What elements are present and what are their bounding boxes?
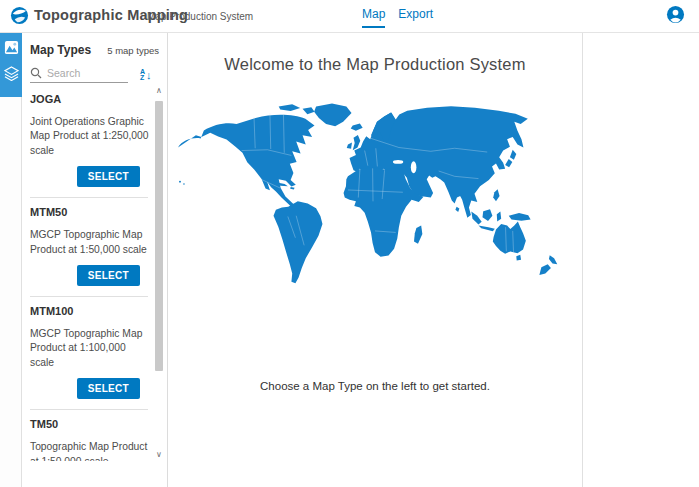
- list-item-joga: JOGA Joint Operations Graphic Map Produc…: [22, 85, 152, 197]
- right-gutter: [583, 33, 699, 487]
- select-button-mtm50[interactable]: SELECT: [77, 265, 140, 286]
- map-types-widget-icon[interactable]: [3, 39, 19, 55]
- map-type-description: MGCP Topographic Map Product at 1:50,000…: [30, 228, 150, 257]
- map-type-name: TM50: [30, 418, 148, 430]
- tab-export[interactable]: Export: [398, 7, 433, 28]
- list-item-mtm50: MTM50 MGCP Topographic Map Product at 1:…: [22, 198, 152, 296]
- tab-map[interactable]: Map: [362, 7, 385, 28]
- map-type-count: 5 map types: [107, 45, 159, 56]
- sort-arrow: ↓: [146, 69, 152, 81]
- sort-az-icon[interactable]: A Z ↓: [140, 69, 152, 82]
- search-input[interactable]: [47, 67, 125, 79]
- search-box: [30, 67, 128, 83]
- map-type-name: MTM50: [30, 206, 148, 218]
- scrollbar-thumb[interactable]: [155, 101, 163, 371]
- map-types-panel: Map Types 5 map types A Z ↓: [22, 33, 168, 487]
- search-icon: [30, 67, 42, 79]
- scroll-up-arrow[interactable]: ∧: [152, 85, 166, 97]
- map-type-name: JOGA: [30, 93, 148, 105]
- map-type-name: MTM100: [30, 305, 148, 317]
- map-type-description: Joint Operations Graphic Map Product at …: [30, 115, 150, 158]
- world-map-image: [176, 102, 574, 284]
- map-type-list: JOGA Joint Operations Graphic Map Produc…: [22, 85, 152, 461]
- map-type-description: Topographic Map Product at 1:50,000 scal…: [30, 440, 150, 461]
- layers-widget-icon[interactable]: [3, 65, 19, 81]
- app-header: Topographic Mapping Map Production Syste…: [0, 0, 699, 33]
- scroll-down-arrow[interactable]: ∨: [152, 449, 166, 461]
- welcome-heading: Welcome to the Map Production System: [224, 55, 525, 74]
- instruction-text: Choose a Map Type on the left to get sta…: [260, 380, 490, 392]
- user-avatar-icon[interactable]: [666, 5, 685, 24]
- map-type-description: MGCP Topographic Map Product at 1:100,00…: [30, 327, 150, 370]
- app-logo-icon: [10, 6, 29, 25]
- select-button-mtm100[interactable]: SELECT: [77, 378, 140, 399]
- sidebar-scrollbar[interactable]: ∧ ∨: [152, 85, 166, 461]
- panel-title: Map Types: [30, 43, 91, 57]
- list-item-mtm100: MTM100 MGCP Topographic Map Product at 1…: [22, 297, 152, 409]
- main-content: Welcome to the Map Production System: [168, 33, 583, 487]
- select-button-joga[interactable]: SELECT: [77, 166, 140, 187]
- sort-letter-z: Z: [140, 75, 145, 82]
- widget-icon-strip: [0, 33, 22, 487]
- active-widget-group: [0, 33, 22, 97]
- app-body: Map Types 5 map types A Z ↓: [0, 33, 699, 487]
- list-item-tm50: TM50 Topographic Map Product at 1:50,000…: [22, 410, 152, 461]
- top-nav: Map Export: [362, 7, 433, 28]
- page-subtitle: Map Production System: [147, 11, 253, 22]
